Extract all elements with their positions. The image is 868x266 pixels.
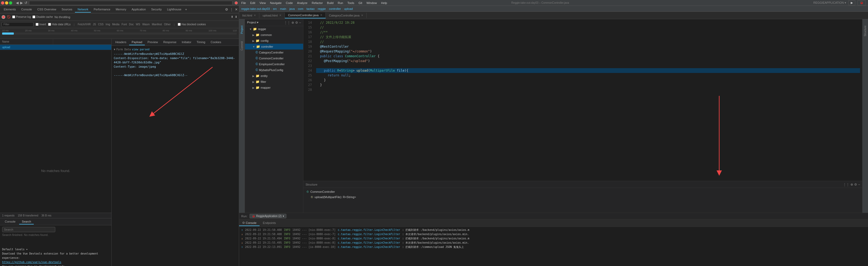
tab-response[interactable]: Response	[160, 39, 179, 45]
tab-security[interactable]: Security	[149, 7, 164, 12]
preserve-log-checkbox[interactable]: Preserve log	[12, 16, 31, 18]
debug-app-button[interactable]: 🐞	[857, 0, 866, 5]
tree-item-common[interactable]: ▶ 📁 common	[245, 32, 303, 38]
tab-timing[interactable]: Timing	[194, 39, 208, 45]
tree-item-category-controller[interactable]: © CategoryController	[245, 50, 303, 55]
project-panel-label[interactable]: Project	[240, 25, 244, 35]
tab-cookies[interactable]: Cookies	[208, 39, 224, 45]
hide-data-urls-checkbox[interactable]: Hide data URLs	[48, 23, 71, 26]
menu-git[interactable]: Git	[359, 1, 362, 4]
tab-sources[interactable]: Sources	[59, 7, 75, 12]
clear-button[interactable]: 🚫	[7, 15, 11, 19]
menu-run[interactable]: Run	[338, 1, 343, 4]
menu-file[interactable]: File	[241, 1, 246, 4]
js-filter[interactable]: JS	[93, 23, 96, 26]
close-tab-common-controller[interactable]: ✕	[320, 14, 322, 17]
console-tab[interactable]: Console	[2, 219, 18, 224]
more-options-icon[interactable]: ⋮	[230, 7, 233, 11]
wasm-filter[interactable]: Wasm	[142, 23, 150, 26]
tab-memory[interactable]: Memory	[113, 7, 129, 12]
bc-com[interactable]: com	[298, 7, 303, 10]
settings-icon[interactable]: ⚙	[225, 7, 228, 11]
throttle-selector[interactable]: No throttling	[55, 16, 70, 19]
bc-main[interactable]: main	[280, 7, 286, 10]
address-bar[interactable]	[29, 1, 232, 5]
tab-performance[interactable]: Performance	[91, 7, 113, 12]
tab-payload[interactable]: Payload	[129, 39, 145, 45]
tab-initiator[interactable]: Initiator	[179, 39, 194, 45]
sidebar-icon-2[interactable]: ⊕	[291, 21, 294, 25]
form-data-title[interactable]: ▼ Form Data view parsed	[114, 48, 237, 51]
menu-code[interactable]: Code	[286, 1, 293, 4]
sidebar-icon-1[interactable]: ⋮⋮	[284, 21, 290, 25]
export-har-icon[interactable]: ⬇	[235, 15, 237, 19]
menu-window[interactable]: Window	[366, 1, 377, 4]
back-button[interactable]: ◀	[16, 1, 19, 5]
bc-controller[interactable]: controller	[329, 7, 341, 10]
close-devtools-button[interactable]: ✕	[235, 7, 238, 11]
tab-network[interactable]: Network	[75, 7, 91, 12]
font-filter[interactable]: Font	[122, 23, 127, 26]
struct-icon-3[interactable]: ⚙	[854, 183, 857, 186]
struct-item-common-controller[interactable]: © CommonController	[303, 189, 862, 194]
img-filter[interactable]: Img	[106, 23, 110, 26]
struct-icon-2[interactable]: ⊕	[850, 183, 853, 186]
menu-build[interactable]: Build	[327, 1, 334, 4]
ide-tab-list-html[interactable]: list.html ✕	[239, 13, 259, 18]
upload-request-item[interactable]: upload	[0, 45, 111, 50]
bottom-tab-console[interactable]: ⊙ Console	[239, 220, 259, 226]
close-window-button[interactable]	[1, 1, 4, 4]
tab-elements[interactable]: Elements	[1, 7, 19, 12]
menu-edit[interactable]: Edit	[250, 1, 255, 4]
tree-item-mapper[interactable]: ▶ 📁 mapper	[245, 85, 303, 90]
commit-panel-label[interactable]: Commit	[240, 40, 244, 51]
menu-help[interactable]: Help	[381, 1, 387, 4]
tree-item-entity[interactable]: ▶ 📁 entity	[245, 73, 303, 79]
bc-taotao[interactable]: taotao	[306, 7, 315, 10]
project-dropdown[interactable]: Project ▾	[247, 21, 258, 24]
tab-headers[interactable]: Headers	[113, 39, 129, 45]
menu-tools[interactable]: Tools	[347, 1, 354, 4]
bc-java[interactable]: java	[289, 7, 294, 10]
console-link-devtools[interactable]: https://github.com/vuejs/vue-devtools	[2, 260, 109, 264]
bc-reggie[interactable]: reggie	[318, 7, 326, 10]
menu-analyze[interactable]: Analyze	[297, 1, 307, 4]
tab-lighthouse[interactable]: Lighthouse	[164, 7, 184, 12]
menu-navigate[interactable]: Navigate	[270, 1, 281, 4]
ide-tab-category-controller[interactable]: CategoryController.java ✕	[326, 13, 367, 18]
ide-tab-upload-html[interactable]: upload.html ✕	[259, 13, 285, 18]
run-app-button[interactable]: ▶	[848, 0, 855, 5]
invert-checkbox[interactable]: Invert	[36, 23, 46, 26]
sidebar-minimize-icon[interactable]: –	[299, 21, 301, 25]
tree-item-filter[interactable]: ▶ 📁 filter	[245, 79, 303, 85]
menu-view[interactable]: View	[259, 1, 266, 4]
disable-cache-checkbox[interactable]: Disable cache	[32, 16, 53, 18]
struct-minimize-icon[interactable]: –	[858, 183, 860, 186]
search-tab[interactable]: Search	[19, 219, 34, 224]
css-filter[interactable]: CSS	[98, 23, 104, 26]
has-blocked-cookies-checkbox[interactable]: Has blocked cookies	[178, 23, 206, 26]
reggie-app-run-button[interactable]: 🐞 ReggieApplication (2) ▾	[249, 214, 286, 218]
filter-input[interactable]	[2, 22, 33, 27]
media-filter[interactable]: Media	[112, 23, 119, 26]
struct-item-upload-method[interactable]: © upload(MultipartFile): R<String>	[303, 194, 862, 200]
search-input[interactable]	[2, 227, 55, 232]
record-button[interactable]	[2, 15, 5, 19]
refresh-button[interactable]: ↺	[24, 1, 28, 5]
sidebar-settings-icon[interactable]: ⚙	[295, 21, 298, 25]
struct-icon-1[interactable]: ⋮⋮	[843, 183, 849, 186]
bc-file[interactable]: upload	[344, 7, 353, 10]
tree-item-reggie[interactable]: ▼ 📁 reggie	[245, 26, 303, 32]
tree-item-mybatis-config[interactable]: © MybatisPlusConfig	[245, 67, 303, 73]
tree-item-controller[interactable]: ▼ 📁 controller	[245, 44, 303, 50]
tree-item-employee-controller[interactable]: © EmployeeController	[245, 61, 303, 67]
close-tab-upload-html[interactable]: ✕	[279, 14, 281, 17]
other-filter[interactable]: Other	[164, 23, 170, 26]
add-tab-button[interactable]: +	[185, 7, 187, 11]
maximize-window-button[interactable]	[9, 1, 12, 4]
bc-root[interactable]: reggie-take-out-day03	[241, 7, 270, 10]
fetch-xhr-label[interactable]: Fetch/XHR	[78, 23, 91, 26]
tree-item-config[interactable]: ▶ 📁 config	[245, 38, 303, 44]
bottom-tab-endpoints[interactable]: Endpoints	[259, 220, 279, 226]
import-har-icon[interactable]: ⬆	[231, 15, 233, 19]
